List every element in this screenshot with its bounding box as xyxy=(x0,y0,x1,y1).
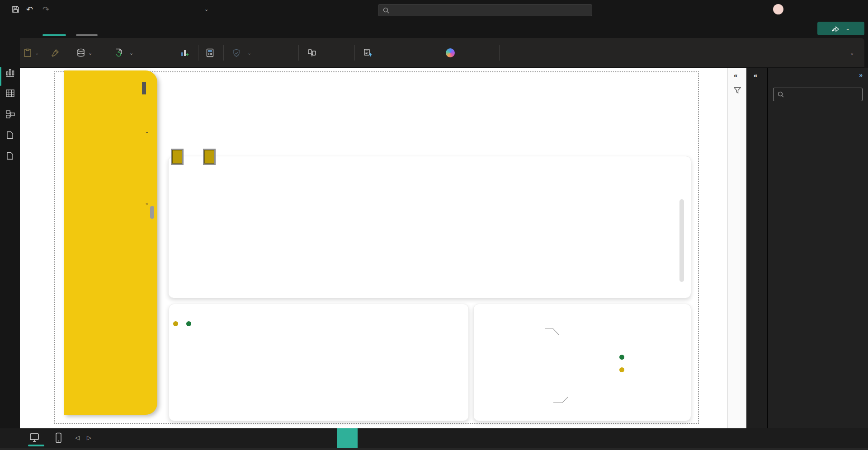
window-bottom-strip xyxy=(0,448,868,450)
active-view-indicator xyxy=(0,67,1,86)
sensitivity-button: ⌄ xyxy=(232,38,251,68)
monthly-chart-legend xyxy=(173,321,193,326)
prep-data-ai-icon xyxy=(363,48,373,57)
active-layout-indicator xyxy=(28,445,44,446)
product-slicer-chevron-icon[interactable]: ⌄ xyxy=(145,200,149,206)
title-bar: ↶ ↷ ⌄ xyxy=(0,0,868,20)
expand-visualizations-icon[interactable]: « xyxy=(754,71,757,79)
tmdl-view-icon[interactable] xyxy=(5,152,14,160)
customers-chart-scrollbar[interactable] xyxy=(679,199,684,282)
visualizations-collapsed-pane[interactable]: « xyxy=(746,68,767,428)
year-slicer-chevron-icon[interactable]: ⌄ xyxy=(145,128,149,135)
get-data-button[interactable]: ⌄ xyxy=(77,38,92,68)
copilot-button[interactable] xyxy=(446,38,458,68)
slicer-scrollbar[interactable] xyxy=(150,206,154,219)
new-measure-button[interactable] xyxy=(206,38,214,68)
donut-chart-card[interactable] xyxy=(473,304,691,421)
donut-callout-lines xyxy=(510,320,659,415)
quantity-sold-legend-dot xyxy=(173,321,178,326)
view-rail xyxy=(0,38,20,450)
database-icon xyxy=(77,48,85,57)
redo-icon[interactable]: ↷ xyxy=(42,5,49,14)
share-icon xyxy=(832,25,839,32)
weekday-legend-dot xyxy=(619,355,624,360)
new-visual-icon xyxy=(180,48,189,57)
data-pane: » xyxy=(767,68,868,428)
clipboard-icon xyxy=(24,48,32,57)
profit-bookmark-button[interactable] xyxy=(171,149,184,165)
ribbon-toolbar: ⌄ ⌄ ⌄ ⌄ xyxy=(13,38,864,68)
data-search-input[interactable] xyxy=(773,88,863,101)
project-dropdown-chevron-icon[interactable]: ⌄ xyxy=(204,6,208,12)
refresh-button[interactable]: ⌄ xyxy=(115,38,133,68)
prev-page-arrow-icon[interactable]: ◁ xyxy=(75,434,80,441)
sensitivity-icon xyxy=(232,49,241,57)
global-search-input[interactable] xyxy=(378,4,592,16)
page-tab-bar: ◁ ▷ xyxy=(0,428,868,448)
avatar[interactable] xyxy=(773,4,783,14)
expand-filters-icon[interactable]: « xyxy=(734,71,737,79)
powerbi-desktop-window: ↶ ↷ ⌄ ⌄ ⌄ xyxy=(0,0,868,450)
dashboard-side-panel: ⌄ ⌄ xyxy=(64,70,157,415)
new-page-button[interactable] xyxy=(337,428,358,448)
paintbrush-icon xyxy=(51,49,59,57)
filter-funnel-icon xyxy=(734,87,741,94)
collapse-ribbon-chevron-icon[interactable]: ⌄ xyxy=(850,38,854,68)
minimize-button[interactable] xyxy=(797,2,815,15)
search-icon xyxy=(778,91,784,98)
report-canvas[interactable]: ⌄ ⌄ xyxy=(20,68,727,428)
collapse-data-pane-icon[interactable]: » xyxy=(859,71,863,79)
revenue-bookmark-button[interactable] xyxy=(203,149,216,165)
mobile-layout-icon[interactable] xyxy=(55,432,62,443)
search-icon xyxy=(383,7,389,14)
refresh-icon xyxy=(115,48,123,57)
publish-button[interactable] xyxy=(307,38,320,68)
report-view-icon[interactable] xyxy=(5,68,15,77)
table-view-icon[interactable] xyxy=(5,89,15,98)
calculator-icon xyxy=(206,48,214,57)
monthly-chart-card[interactable] xyxy=(169,304,469,421)
brand-accent-bar xyxy=(142,82,146,94)
next-page-arrow-icon[interactable]: ▷ xyxy=(87,434,91,441)
undo-icon[interactable]: ↶ xyxy=(26,5,33,14)
maximize-button[interactable] xyxy=(822,2,840,15)
bar-charts-card[interactable] xyxy=(168,156,691,298)
dax-query-view-icon[interactable] xyxy=(5,131,14,140)
paste-button[interactable]: ⌄ xyxy=(24,38,39,68)
weekend-legend-dot xyxy=(619,367,624,372)
copilot-icon xyxy=(446,48,455,57)
hover-menu-underline xyxy=(76,34,98,36)
menu-bar xyxy=(0,20,868,38)
desktop-layout-icon[interactable] xyxy=(29,433,40,443)
model-view-icon[interactable] xyxy=(5,109,15,119)
format-painter-button[interactable] xyxy=(51,38,59,68)
share-button[interactable]: ⌄ xyxy=(817,22,864,35)
filters-collapsed-pane[interactable]: « xyxy=(727,68,746,428)
publish-icon xyxy=(307,48,316,57)
save-icon[interactable] xyxy=(12,5,19,13)
prep-data-for-ai-button[interactable] xyxy=(363,38,376,68)
active-menu-underline xyxy=(42,34,66,36)
returned-quantity-legend-dot xyxy=(186,321,191,326)
close-button[interactable] xyxy=(846,2,864,15)
new-visual-button[interactable] xyxy=(180,38,189,68)
